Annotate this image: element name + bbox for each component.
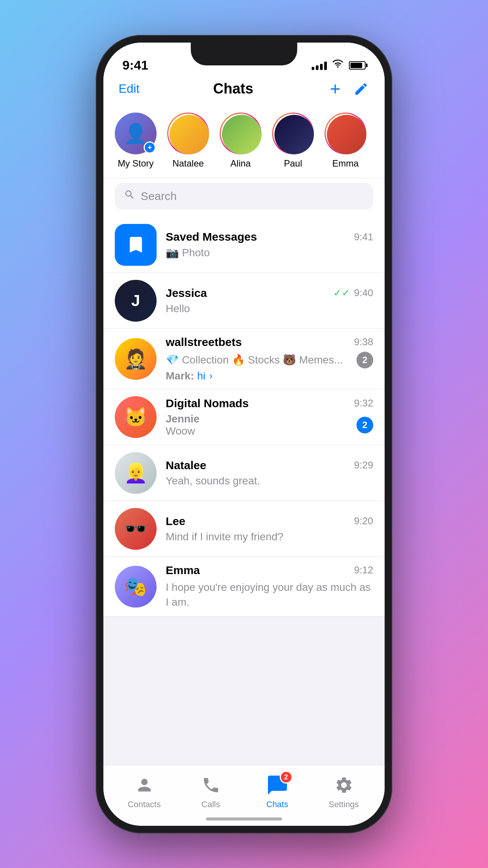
chat-preview-jessica: Hello [166, 303, 373, 315]
nav-header: Edit Chats [103, 77, 385, 105]
phone-frame: 9:41 Edit Chat [96, 35, 392, 833]
calls-icon [201, 776, 220, 795]
chat-avatar-natalee: 👱‍♀️ [115, 452, 157, 494]
tab-label-contacts: Contacts [128, 800, 161, 809]
chat-preview-natalee: Yeah, sounds great. [166, 475, 373, 487]
tab-item-contacts[interactable]: Contacts [111, 774, 177, 809]
chat-name-nomads: Digital Nomads [166, 397, 249, 410]
chats-badge: 2 [280, 771, 293, 784]
chat-time-jessica: 9:40 [354, 287, 373, 299]
home-indicator [206, 817, 282, 820]
wifi-icon [332, 59, 344, 71]
header-icons [327, 81, 369, 97]
tab-label-chats: Chats [266, 800, 288, 809]
chat-item-natalee[interactable]: 👱‍♀️ Natalee 9:29 Yeah, sounds great. [103, 445, 385, 501]
add-contact-button[interactable] [327, 81, 344, 97]
chat-time-emma: 9:12 [354, 564, 373, 576]
chat-item-saved-messages[interactable]: Saved Messages 9:41 📷 Photo [103, 217, 385, 273]
chat-name-wsb: wallstreetbets [166, 336, 242, 349]
chat-time-wsb: 9:38 [354, 336, 373, 348]
chat-item-jessica[interactable]: J Jessica ✓✓ 9:40 Hello [103, 273, 385, 329]
chat-name-emma: Emma [166, 564, 200, 577]
chat-sub-name-nomads: Jennie [166, 413, 200, 425]
chat-time-nomads: 9:32 [354, 397, 373, 409]
search-icon [124, 189, 135, 203]
tab-item-calls[interactable]: Calls [177, 774, 244, 809]
chat-time-natalee: 9:29 [354, 459, 373, 471]
chat-item-digital-nomads[interactable]: 🐱 Digital Nomads 9:32 Jennie Woow 2 [103, 389, 385, 445]
status-time: 9:41 [122, 58, 148, 73]
status-icons [312, 59, 366, 71]
notch [191, 43, 297, 65]
tab-item-settings[interactable]: Settings [311, 774, 377, 809]
chat-name-natalee: Natalee [166, 459, 206, 472]
chat-preview-wsb: 💎 Collection 🔥 Stocks 🐻 Memes... [166, 354, 356, 366]
story-item-alina[interactable]: Alina [220, 113, 261, 169]
arrow-icon-wsb: › [209, 370, 213, 382]
chat-time-saved: 9:41 [354, 231, 373, 243]
chat-item-emma[interactable]: 🎭 Emma 9:12 I hope you're enjoying your … [103, 557, 385, 617]
chat-name-jessica: Jessica [166, 287, 207, 300]
chat-avatar-wsb: 🤵 [115, 338, 157, 380]
story-name-mystory: My Story [118, 158, 154, 169]
chat-avatar-jessica: J [115, 280, 157, 322]
story-name-alina: Alina [230, 158, 250, 169]
stories-row: 👤 + My Story Natalee [103, 105, 385, 178]
chat-preview-emma: I hope you're enjoying your day as much … [166, 580, 373, 609]
story-name-emma: Emma [332, 158, 358, 169]
chat-avatar-lee: 🕶️ [115, 508, 157, 550]
chat-list: Saved Messages 9:41 📷 Photo J Jessica ✓✓ [103, 217, 385, 617]
tab-label-settings: Settings [329, 800, 359, 809]
phone-screen: 9:41 Edit Chat [103, 43, 385, 826]
chat-item-lee[interactable]: 🕶️ Lee 9:20 Mind if I invite my friend? [103, 501, 385, 557]
chat-preview-nomads: Woow [166, 425, 195, 437]
chat-avatar-emma: 🎭 [115, 566, 157, 608]
page-title: Chats [213, 81, 254, 97]
chat-sub-name-wsb: Mark: [166, 370, 194, 382]
compose-button[interactable] [353, 81, 369, 97]
chat-preview-lee: Mind if I invite my friend? [166, 531, 373, 543]
tab-bar: Contacts Calls 2 Chats [103, 765, 385, 826]
story-add-icon: + [144, 141, 156, 154]
story-item-emma[interactable]: Emma [325, 113, 366, 169]
chat-avatar-saved [115, 224, 157, 266]
chat-preview-saved: 📷 Photo [166, 246, 373, 259]
story-name-natalee: Natalee [173, 158, 204, 169]
contacts-icon [135, 776, 154, 795]
unread-badge-wsb: 2 [356, 352, 373, 368]
chat-time-lee: 9:20 [354, 515, 373, 527]
search-bar-wrapper: Search [103, 178, 385, 217]
chat-name-saved: Saved Messages [166, 230, 257, 243]
story-item-mystory[interactable]: 👤 + My Story [115, 113, 157, 169]
tab-label-calls: Calls [201, 800, 220, 809]
delivered-icon: ✓✓ [333, 287, 350, 299]
story-item-natalee[interactable]: Natalee [167, 113, 209, 169]
chat-name-lee: Lee [166, 515, 185, 528]
unread-badge-nomads: 2 [356, 417, 373, 433]
status-bar: 9:41 [103, 43, 385, 77]
settings-icon [334, 776, 353, 795]
story-item-paul[interactable]: Paul [272, 113, 314, 169]
chat-hi-wsb: hi [197, 370, 206, 382]
story-name-paul: Paul [284, 158, 302, 169]
tab-item-chats[interactable]: 2 Chats [244, 774, 311, 809]
signal-icon [312, 61, 327, 70]
chat-avatar-nomads: 🐱 [115, 396, 157, 438]
edit-button[interactable]: Edit [119, 82, 139, 96]
battery-icon [349, 61, 366, 70]
search-placeholder: Search [141, 190, 177, 203]
search-bar[interactable]: Search [115, 183, 373, 209]
chat-item-wallstreetbets[interactable]: 🤵 wallstreetbets 9:38 💎 Collection 🔥 Sto… [103, 329, 385, 389]
